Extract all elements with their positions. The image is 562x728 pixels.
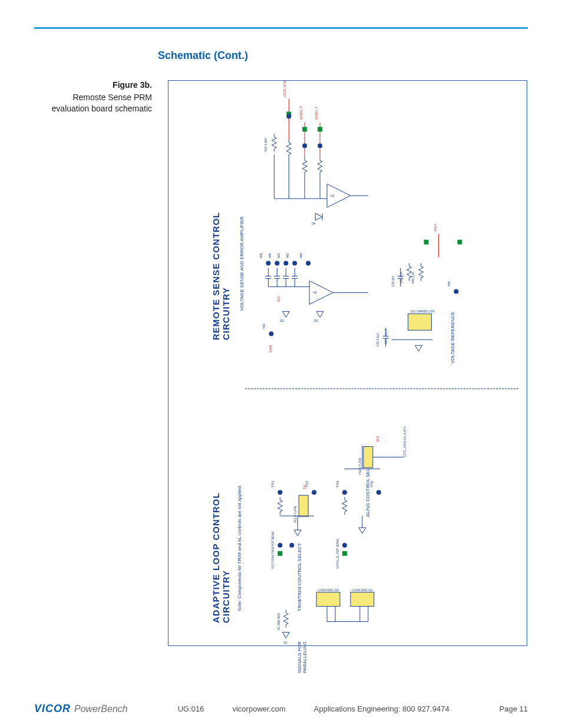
schematic-panel: REMOTE SENSE CONTROL CIRCUITRY ADAPTIVE … xyxy=(168,80,527,646)
footer-contact: Applications Engineering: 800 927.9474 xyxy=(314,704,449,713)
svg-point-26 xyxy=(269,331,273,336)
svg-point-28 xyxy=(306,261,310,266)
diode-d4 xyxy=(315,213,322,220)
conn-j11 xyxy=(351,592,374,607)
svg-rect-56 xyxy=(457,240,462,245)
net-nc2: NC2 xyxy=(376,436,379,442)
figure-caption: Remoste Sense PRM evaluation board schem… xyxy=(34,92,152,114)
svg-point-83 xyxy=(342,490,347,495)
pot-p11 xyxy=(299,495,308,516)
figure-number: Figure 3b. xyxy=(34,80,152,90)
voltage-reference: VREF R40 4.3K R41 4.3K C25 1uF U11 LM405… xyxy=(376,223,462,351)
svg-text:H45: H45 xyxy=(447,281,451,286)
svg-point-20 xyxy=(275,261,279,266)
logo-powerbench: PowerBench xyxy=(74,704,128,714)
svg-point-3 xyxy=(286,114,291,118)
svg-rect-81 xyxy=(277,551,282,556)
net-sense-r: SENSE_R xyxy=(299,106,303,120)
svg-text:R40 4.3K: R40 4.3K xyxy=(399,271,403,284)
svg-point-24 xyxy=(292,261,297,266)
svg-text:P12 5-TURN: P12 5-TURN xyxy=(358,458,362,475)
svg-marker-90 xyxy=(359,528,366,533)
svg-text:U3: U3 xyxy=(313,291,317,294)
svg-text:H41: H41 xyxy=(277,253,280,258)
svg-rect-7 xyxy=(318,127,322,131)
footer-page-number: Page 11 xyxy=(500,704,528,713)
svg-rect-93 xyxy=(342,551,347,556)
svg-marker-66 xyxy=(415,345,422,351)
svg-point-22 xyxy=(283,261,288,266)
svg-text:TP11: TP11 xyxy=(271,480,275,487)
svg-text:R27 1.00K: R27 1.00K xyxy=(264,137,267,151)
svg-point-72 xyxy=(277,490,282,495)
svg-text:D3: D3 xyxy=(314,319,318,322)
footer-doc-id: UG:016 xyxy=(178,704,204,713)
resistor-ladder-top: R27 1.00K xyxy=(264,134,322,175)
svg-text:C25 1uF: C25 1uF xyxy=(391,275,395,286)
label-ext-al: EXT AL AL POT NONE xyxy=(336,538,339,568)
svg-text:H43: H43 xyxy=(262,324,266,329)
svg-point-85 xyxy=(376,490,381,495)
svg-rect-6 xyxy=(302,127,307,131)
svg-text:CONN 02IN J11: CONN 02IN J11 xyxy=(352,588,373,592)
paralleling-connectors: CONN 02IN J10 CONN 02IN J11 PC R99 NOR S… xyxy=(277,588,373,645)
net-sense-t: SENSE_T xyxy=(315,107,318,120)
svg-text:D2: D2 xyxy=(280,319,284,322)
net-tm: TM xyxy=(303,485,306,489)
figure-caption-block: Figure 3b. Remoste Sense PRM evaluation … xyxy=(34,80,152,114)
net-vcc: VCC xyxy=(277,295,280,302)
svg-text:P11 5-TURN: P11 5-TURN xyxy=(293,506,297,523)
svg-point-5 xyxy=(318,143,322,148)
page-footer: VICOR PowerBench UG:016 vicorpower.com A… xyxy=(34,703,528,715)
svg-rect-55 xyxy=(424,240,429,245)
svg-point-4 xyxy=(302,143,307,148)
svg-point-74 xyxy=(312,490,316,495)
svg-marker-103 xyxy=(282,632,289,638)
net-local-sense: LOCAL SENSE + xyxy=(283,81,286,97)
net-gain: GAIN xyxy=(269,345,272,353)
diode-d3 xyxy=(316,311,323,317)
ic-lm4050 xyxy=(408,314,432,330)
svg-text:TP14: TP14 xyxy=(336,480,339,487)
svg-text:H42: H42 xyxy=(286,253,289,258)
footer-columns: UG:016 vicorpower.com Applications Engin… xyxy=(178,704,449,713)
footer-logo: VICOR PowerBench xyxy=(34,703,128,715)
schematic-drawing: LOCAL SENSE + SENSE_R SENSE_T R27 1.00K xyxy=(168,81,527,645)
svg-point-18 xyxy=(266,261,270,266)
net-vref: VREF xyxy=(434,223,437,231)
svg-text:D4: D4 xyxy=(312,222,316,225)
svg-text:H44: H44 xyxy=(299,253,303,258)
pot-p12 xyxy=(363,447,373,468)
svg-text:U5: U5 xyxy=(330,194,335,197)
svg-marker-79 xyxy=(294,530,301,536)
net-ctrl-osm: CTRL_OSM EV_AUTH xyxy=(403,427,406,457)
label-ext-trim: EXT TRIM TRIM POT NONE xyxy=(271,531,275,568)
svg-point-30 xyxy=(454,289,458,294)
svg-text:R41 4.3K: R41 4.3K xyxy=(411,271,415,284)
svg-text:TP15: TP15 xyxy=(370,480,373,487)
footer-website: vicorpower.com xyxy=(232,704,285,713)
svg-point-82 xyxy=(289,543,294,548)
svg-point-92 xyxy=(342,543,347,548)
net-sc: SC xyxy=(283,641,287,644)
logo-vicor: VICOR xyxy=(34,703,71,715)
svg-text:U11 LM4050 1.0%: U11 LM4050 1.0% xyxy=(411,309,435,313)
svg-text:H39: H39 xyxy=(259,253,263,258)
svg-text:PC R99 NOR: PC R99 NOR xyxy=(277,612,280,630)
svg-text:H40: H40 xyxy=(268,253,272,258)
trim-control: TP11 TP12 P11 5-TURN TM EXT TRIM TRIM PO… xyxy=(271,480,316,569)
section-title: Schematic (Cont.) xyxy=(158,50,248,62)
conn-j10 xyxy=(316,592,340,607)
cap-row xyxy=(265,268,297,287)
svg-text:CONN 02IN J10: CONN 02IN J10 xyxy=(318,588,339,592)
diode-d2 xyxy=(282,311,289,317)
al-control: TP14 TP15 P12 5-TURN NC2 EXT AL AL POT N… xyxy=(336,427,406,569)
svg-point-80 xyxy=(277,543,282,548)
svg-text:C21 0.1uF: C21 0.1uF xyxy=(376,333,379,347)
header-rule xyxy=(34,27,528,29)
